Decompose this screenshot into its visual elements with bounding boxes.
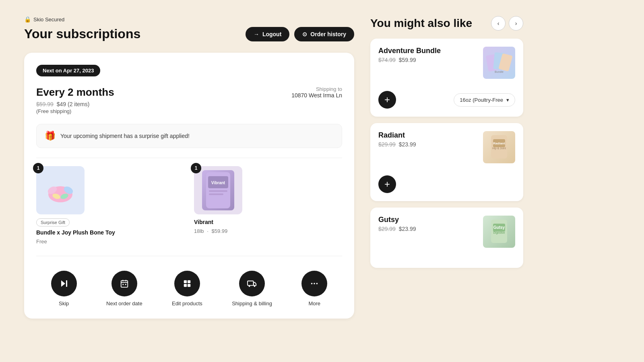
rec-card-adventure: Adventure Bundle $74.99 $59.99 Bundle: [370, 39, 523, 117]
rec-image-gutsy: Gutsy Digestive: [483, 216, 515, 248]
recommendations-title: You might also like: [370, 17, 472, 30]
recommendations-header: You might also like ‹ ›: [370, 16, 523, 31]
svg-rect-16: [122, 284, 124, 285]
discounted-price: $49: [57, 101, 66, 107]
rec-card-top-adventure: Adventure Bundle $74.99 $59.99 Bundle: [378, 47, 515, 79]
items-count: (2 items): [68, 101, 89, 107]
product-weight-vibrant: 18lb: [194, 228, 204, 234]
rec-original-price-gutsy: $29.99: [378, 226, 396, 232]
rec-sale-price-radiant: $23.99: [399, 141, 416, 148]
rec-card-bottom-adventure: + 16oz (Poultry-Free ▾: [378, 91, 515, 109]
svg-rect-11: [66, 280, 67, 287]
shipping-billing-label: Shipping & billing: [232, 300, 272, 306]
rec-original-price-radiant: $29.99: [378, 141, 396, 148]
product-image-toy: [36, 166, 85, 214]
edit-products-label: Edit products: [172, 300, 202, 306]
shipping-billing-action[interactable]: Shipping & billing: [232, 271, 272, 306]
next-order-date-action[interactable]: Next order date: [106, 271, 142, 306]
svg-text:Digestive: Digestive: [493, 231, 505, 234]
product-badge-2: 1: [191, 163, 201, 173]
divider: [36, 158, 342, 158]
svg-point-25: [311, 283, 313, 284]
nav-arrows: ‹ ›: [491, 16, 523, 31]
skip-label: Skip: [59, 300, 69, 306]
frequency: Every 2 months: [36, 86, 114, 99]
sub-price: $59.99 $49 (2 items): [36, 101, 114, 107]
gift-icon: 🎁: [45, 131, 56, 141]
product-name-vibrant: Vibrant: [194, 218, 342, 226]
product-name-toy: Bundle x Joy Plush Bone Toy: [36, 229, 184, 237]
prev-arrow[interactable]: ‹: [491, 16, 506, 31]
rec-product-name-radiant: Radiant: [378, 131, 416, 140]
rec-image-radiant: Radiant Hip & Joint: [483, 131, 515, 163]
skip-action[interactable]: Skip: [51, 271, 77, 306]
page-title: Your subscriptions: [24, 27, 140, 41]
svg-rect-19: [188, 280, 190, 283]
free-shipping: (Free shipping): [36, 108, 114, 114]
product-image-vibrant: Vibrant: [194, 166, 242, 214]
order-history-icon: ⊙: [302, 31, 307, 37]
edit-products-action[interactable]: Edit products: [172, 271, 202, 306]
svg-text:Radiant: Radiant: [493, 142, 505, 145]
rec-card-bottom-radiant: +: [378, 175, 515, 193]
rec-card-top-gutsy: Gutsy $29.99 $23.99 Gutsy Digestive: [378, 216, 515, 248]
more-action[interactable]: More: [301, 271, 327, 306]
secured-label: Skio Secured: [33, 16, 64, 23]
svg-rect-12: [121, 280, 128, 287]
rec-product-info-gutsy: Gutsy $29.99 $23.99: [378, 216, 416, 232]
logout-button[interactable]: → Logout: [246, 27, 289, 41]
chevron-down-icon-adventure: ▾: [506, 97, 509, 103]
rec-price-adventure: $74.99 $59.99: [378, 57, 441, 63]
product-badge-1: 1: [33, 163, 43, 173]
header-buttons: → Logout ⊙ Order history: [246, 27, 354, 41]
skip-button[interactable]: [51, 271, 77, 296]
rec-card-radiant: Radiant $29.99 $23.99 Radiant Hip & Join…: [370, 123, 523, 201]
svg-text:Vibrant: Vibrant: [211, 181, 225, 185]
svg-rect-22: [248, 281, 254, 285]
rec-product-name-adventure: Adventure Bundle: [378, 47, 441, 55]
logout-icon: →: [254, 31, 259, 37]
svg-rect-20: [184, 284, 187, 287]
add-button-radiant[interactable]: +: [378, 175, 396, 193]
rec-sale-price-gutsy: $23.99: [399, 226, 416, 232]
shipping-address: 10870 West Irma Ln: [291, 92, 342, 99]
svg-text:Bundle: Bundle: [495, 70, 504, 73]
divider-2: [36, 256, 342, 256]
shipping-billing-button[interactable]: [239, 271, 265, 296]
action-buttons: Skip Next order date: [36, 264, 342, 306]
svg-rect-17: [125, 284, 126, 285]
rec-price-gutsy: $29.99 $23.99: [378, 226, 416, 232]
rec-card-top-radiant: Radiant $29.99 $23.99 Radiant Hip & Join…: [378, 131, 515, 163]
add-button-adventure[interactable]: +: [378, 91, 396, 109]
more-button[interactable]: [301, 271, 327, 296]
rec-sale-price-adventure: $59.99: [399, 57, 416, 63]
rec-image-adventure: Bundle: [483, 47, 515, 79]
svg-point-26: [314, 283, 315, 284]
subscription-info: Every 2 months $59.99 $49 (2 items) (Fre…: [36, 86, 342, 114]
svg-point-27: [316, 283, 318, 284]
next-arrow[interactable]: ›: [509, 16, 523, 31]
product-details-vibrant: Vibrant 18lb · $59.99: [194, 218, 342, 234]
rec-product-info-adventure: Adventure Bundle $74.99 $59.99: [378, 47, 441, 63]
variant-select-adventure[interactable]: 16oz (Poultry-Free ▾: [454, 93, 515, 107]
original-price: $59.99: [36, 101, 54, 107]
svg-rect-8: [209, 190, 227, 192]
svg-rect-9: [209, 193, 223, 195]
product-price-vibrant: $59.99: [211, 228, 227, 234]
product-sub-vibrant: 18lb · $59.99: [194, 228, 342, 234]
svg-marker-10: [61, 280, 65, 287]
secured-badge: 🔒 Skio Secured: [24, 16, 354, 23]
edit-products-button[interactable]: [174, 271, 200, 296]
logout-label: Logout: [262, 31, 281, 37]
vibrant-visual: Vibrant: [202, 170, 234, 210]
dot: ·: [207, 228, 210, 234]
shipping-label: Shipping to: [291, 86, 342, 92]
order-history-button[interactable]: ⊙ Order history: [294, 27, 354, 41]
svg-point-24: [254, 285, 256, 287]
svg-text:Gutsy: Gutsy: [493, 225, 505, 230]
surprise-gift-tag: Surprise Gift: [36, 218, 70, 226]
next-order-date-button[interactable]: [111, 271, 137, 296]
sub-right: Shipping to 10870 West Irma Ln: [291, 86, 342, 99]
products-row: 1 Surprise Gift: [36, 166, 342, 245]
svg-rect-21: [188, 284, 190, 287]
